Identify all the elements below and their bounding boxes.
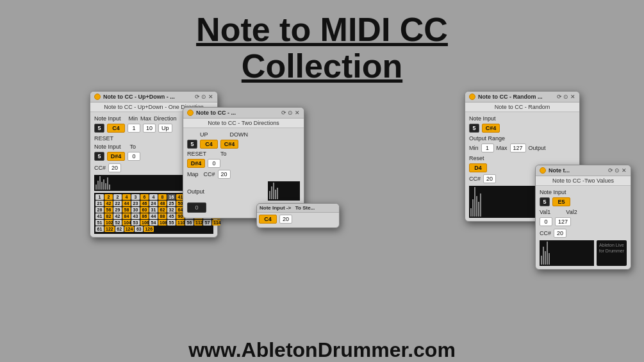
title-dot-4 [540,167,546,174]
twoval-cc[interactable]: 20 [554,229,566,238]
map-label: Map [187,171,199,177]
twodir-title: Note to CC - ... [196,110,279,116]
random-cc[interactable]: 20 [483,174,496,183]
random-min[interactable]: 1 [481,144,494,152]
main-title: Note to MIDI CC Collection [196,12,448,85]
to-label: To [130,144,136,150]
to2-label: To [220,151,227,157]
title-dot-3 [469,94,475,100]
note-input-label: Note Input [94,115,121,122]
to2-val[interactable]: 0 [208,159,220,168]
up-label: UP [200,131,208,138]
stepseq-note[interactable]: C4 [259,215,277,224]
twodir-window: Note to CC - ... ⟳ ⊙ ✕ Note to CC - Two … [183,107,304,218]
random-note-label: Note Input [469,115,496,122]
up-dark[interactable]: 5 [187,140,197,149]
note-input-dark1[interactable]: 5 [94,124,104,133]
title-area: Note to MIDI CC Collection [196,0,448,91]
max-val[interactable]: 10 [143,124,156,133]
reset-label: RESET [94,135,113,142]
stepseq-title: Note Input -> To Ste... [260,205,336,211]
note-input2-label: Note Input [94,144,121,150]
twoval-dark[interactable]: 5 [540,197,550,206]
val2[interactable]: 127 [555,217,571,226]
output-range-label: Output Range [469,135,505,142]
cc-val[interactable]: 20 [108,163,121,172]
random-title: Note to CC - Random ... [478,94,554,100]
output2-label: Output [187,188,204,195]
down-val[interactable]: C#4 [220,140,238,149]
branding2: Ableton Livefor Drummer [597,240,627,266]
twoval-window: Note t... ⟳ ⊙ ✕ Note to CC -Two Values N… [535,165,631,270]
twoval-note-label: Note Input [540,189,566,195]
min-val[interactable]: 1 [128,124,140,133]
random-output-label: Output [529,145,546,151]
down-label: DOWN [230,131,249,138]
updown-title: Note to CC - Up+Down - ... [103,94,192,100]
max-label: Max [140,115,151,122]
random-dark[interactable]: 5 [469,124,479,133]
stepseq-step[interactable]: 20 [279,215,292,224]
random-reset[interactable]: D4 [469,163,487,172]
random-reset-label: Reset [469,155,484,161]
url-footer: www.AbletonDrummer.com [188,331,456,362]
twoval-title: Note t... [549,167,606,174]
reset2-val[interactable]: D#4 [187,159,205,168]
cc2-val[interactable]: 20 [218,170,231,179]
reset2-label: RESET [187,151,206,157]
up-val[interactable]: C4 [200,140,218,149]
plugins-area: Note to CC - Up+Down - ... ⟳ ⊙ ✕ Note to… [0,91,644,331]
random-cc-label: CC# [469,176,481,182]
output2-val: 0 [187,202,206,213]
twoval-note[interactable]: E5 [552,197,570,206]
random-max[interactable]: 127 [510,144,526,152]
to-val[interactable]: 0 [128,152,140,161]
note-val[interactable]: C4 [107,124,125,133]
val1[interactable]: 0 [540,217,552,226]
random-note[interactable]: C#4 [482,124,500,133]
cc2-label: CC# [204,171,215,177]
note2-val[interactable]: D#4 [107,152,125,161]
dir-label: Direction [154,115,177,122]
cc-label: CC# [94,165,106,171]
dir-val[interactable]: Up [158,124,172,133]
val1-label: Val1 [540,209,550,215]
random-max-label: Max [497,145,508,151]
val2-label: Val2 [566,209,577,215]
random-subtitle: Note to CC - Random [465,103,579,112]
twodir-subtitle: Note to CC - Two Directions [183,119,304,128]
stepseq-window: Note Input -> To Ste... C4 20 [256,203,340,228]
title-dot-2 [187,110,194,116]
twoval-subtitle: Note to CC -Two Values [536,176,631,186]
min-label: Min [129,115,138,122]
note-dark2[interactable]: 5 [94,152,104,161]
random-min-label: Min [469,145,479,151]
title-dot [94,94,101,100]
twoval-cc-label: CC# [540,230,551,236]
